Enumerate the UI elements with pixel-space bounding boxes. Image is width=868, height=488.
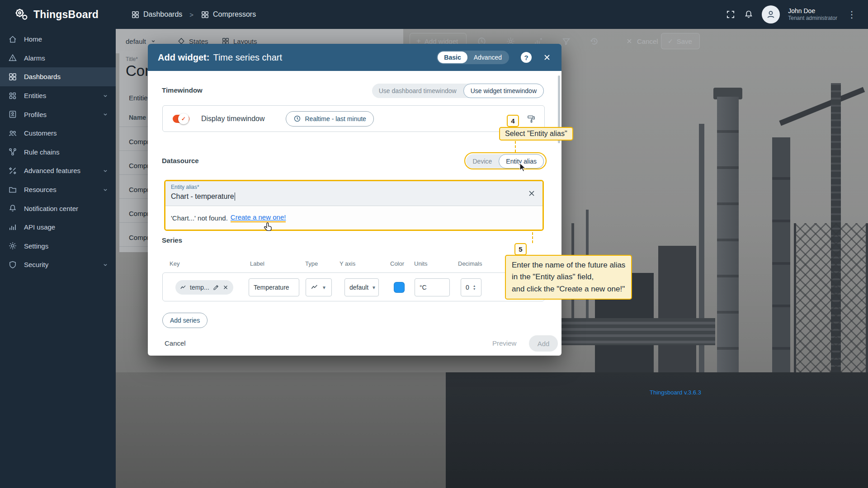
series-key-chip[interactable]: temp... — [175, 280, 233, 295]
bell-icon — [8, 204, 17, 213]
hand-pointer-cursor — [263, 222, 273, 232]
sidebar-item-dashboards[interactable]: Dashboards — [0, 67, 116, 86]
column-color: Color — [390, 260, 404, 267]
advanced-mode-button[interactable]: Advanced — [467, 52, 508, 63]
sidebar-item-label: Settings — [24, 242, 48, 250]
clear-input-icon[interactable] — [527, 189, 536, 198]
person-icon — [766, 9, 776, 19]
column-decimals: Decimals — [458, 260, 482, 267]
preview-button[interactable]: Preview — [492, 339, 516, 347]
dialog-cancel-button[interactable]: Cancel — [165, 339, 186, 347]
series-type-select[interactable]: ▼ — [306, 278, 332, 296]
customers-icon — [8, 129, 17, 138]
text-caret — [235, 192, 236, 201]
chevron-down-icon: ▼ — [322, 285, 326, 290]
breadcrumb-separator: > — [189, 11, 193, 19]
sidebar-item-notification-center[interactable]: Notification center — [0, 199, 116, 218]
sidebar-item-label: API usage — [24, 223, 55, 231]
sidebar-item-label: Profiles — [24, 111, 47, 118]
sidebar-item-label: Security — [24, 261, 48, 268]
timewindow-style-icon[interactable] — [526, 114, 536, 124]
use-widget-timewindow-button[interactable]: Use widget timewindow — [463, 84, 544, 98]
basic-mode-button[interactable]: Basic — [438, 52, 467, 63]
dialog-title-prefix: Add widget: — [158, 52, 209, 63]
entity-alias-value: Chart - temperature — [171, 192, 235, 201]
notifications-bell-icon[interactable] — [744, 9, 754, 19]
sidebar-item-label: Resources — [24, 186, 57, 193]
entity-alias-input[interactable]: Entity alias* Chart - temperature — [165, 181, 542, 206]
sidebar-item-api-usage[interactable]: API usage — [0, 218, 116, 237]
timeseries-icon — [180, 284, 187, 291]
not-found-text: 'Chart...' not found. — [171, 214, 228, 222]
realtime-timewindow-button[interactable]: Realtime - last minute — [286, 111, 374, 127]
avatar[interactable] — [762, 5, 780, 23]
tutorial-callout-4: Select "Entity alias" — [499, 127, 573, 141]
remove-key-icon[interactable] — [222, 284, 229, 291]
alias-autocomplete-panel: 'Chart...' not found. Create a new one! — [165, 206, 542, 230]
dashboards-icon — [131, 10, 140, 19]
tutorial-step-badge-5: 5 — [514, 243, 527, 255]
version-link[interactable]: Thingsboard v.3.6.3 — [650, 389, 701, 396]
add-series-button[interactable]: Add series — [162, 313, 208, 328]
use-dashboard-timewindow-button[interactable]: Use dashboard timewindow — [372, 84, 463, 98]
breadcrumb: Dashboards > Compressors — [131, 10, 256, 19]
breadcrumb-compressors[interactable]: Compressors — [201, 10, 256, 19]
app-logo: ThingsBoard — [0, 7, 116, 22]
thingsboard-logo-icon — [14, 7, 29, 22]
sidebar-item-label: Advanced features — [24, 167, 80, 174]
series-decimals-stepper[interactable]: 0 ▲▼ — [461, 278, 481, 296]
tutorial-connector-line — [515, 141, 516, 152]
series-label-input[interactable]: Temperature — [249, 278, 299, 296]
column-units: Units — [414, 260, 428, 267]
series-color-swatch[interactable] — [394, 282, 405, 293]
gear-icon — [8, 241, 17, 250]
sidebar-item-label: Home — [24, 35, 42, 43]
create-new-alias-link[interactable]: Create a new one! — [231, 213, 286, 222]
series-key-label: temp... — [190, 284, 209, 291]
kebab-menu-icon[interactable]: ⋮ — [845, 10, 858, 19]
stepper-arrows-icon[interactable]: ▲▼ — [473, 284, 476, 291]
chevron-down-icon — [101, 110, 109, 118]
chevron-down-icon: ▼ — [372, 285, 376, 290]
series-units-input[interactable]: °C — [415, 278, 450, 296]
app-name: ThingsBoard — [33, 9, 99, 21]
display-timewindow-toggle[interactable]: ✓ — [173, 115, 189, 123]
sidebar-item-home[interactable]: Home — [0, 30, 116, 49]
display-timewindow-label: Display timewindow — [201, 115, 265, 123]
sidebar-item-label: Entities — [24, 92, 46, 99]
sidebar-item-security[interactable]: Security — [0, 255, 116, 274]
bars-icon — [8, 223, 17, 232]
user-role: Tenant administrator — [788, 15, 837, 22]
edit-pencil-icon[interactable] — [212, 284, 219, 291]
sidebar-item-settings[interactable]: Settings — [0, 237, 116, 256]
sidebar-item-label: Notification center — [24, 205, 78, 212]
chevron-down-icon — [101, 186, 109, 194]
chevron-down-icon — [101, 261, 109, 269]
sidebar-item-rule-chains[interactable]: Rule chains — [0, 143, 116, 162]
sidebar-item-customers[interactable]: Customers — [0, 124, 116, 143]
add-button[interactable]: Add — [529, 335, 558, 352]
column-type: Type — [305, 260, 318, 267]
dialog-header: Add widget: Time series chart Basic Adva… — [148, 44, 561, 71]
sidebar: Home Alarms Dashboards Entities Profiles… — [0, 29, 116, 488]
sidebar-item-advanced-features[interactable]: Advanced features — [0, 161, 116, 180]
tutorial-callout-5: Enter the name of the future alias in th… — [505, 255, 632, 300]
series-y-axis-select[interactable]: default▼ — [344, 278, 379, 296]
tutorial-highlight-entity-alias-toggle — [464, 152, 547, 169]
tutorial-step-badge-4: 4 — [507, 115, 519, 127]
entities-icon — [8, 91, 17, 100]
sidebar-item-entities[interactable]: Entities — [0, 86, 116, 105]
sidebar-item-alarms[interactable]: Alarms — [0, 49, 116, 68]
series-row: temp... Temperature ▼ default▼ °C 0 ▲▼ — [162, 272, 545, 301]
fullscreen-icon[interactable] — [726, 9, 736, 19]
column-label: Label — [250, 260, 264, 267]
thingsboard-app: ThingsBoard Dashboards > Compressors Joh… — [0, 0, 868, 488]
help-button[interactable]: ? — [521, 52, 532, 63]
sidebar-item-label: Dashboards — [24, 73, 61, 80]
close-dialog-icon[interactable] — [542, 53, 552, 62]
sidebar-item-profiles[interactable]: Profiles — [0, 105, 116, 124]
sidebar-item-resources[interactable]: Resources — [0, 180, 116, 199]
timewindow-scope-toggle: Use dashboard timewindow Use widget time… — [372, 84, 544, 98]
breadcrumb-dashboards[interactable]: Dashboards — [131, 10, 182, 19]
top-header: ThingsBoard Dashboards > Compressors Joh… — [0, 0, 868, 29]
